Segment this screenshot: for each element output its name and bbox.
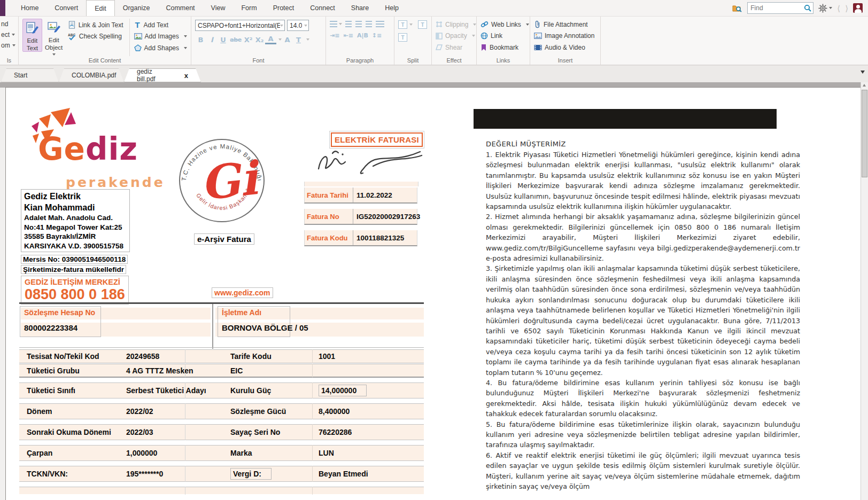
find-in-files-icon[interactable] [732, 4, 742, 12]
font-family-combo[interactable]: CSPAPO+font1+Horizontal(Er [195, 20, 285, 31]
indent-decrease-icon: ⇤≡ [343, 32, 353, 39]
settings-gear-icon[interactable] [818, 4, 832, 13]
doc-tab-gediz-bill[interactable]: gediz bill.pdf x [124, 68, 201, 82]
tax-authority-stamp[interactable]: T.C. Hazine ve Maliye Bakanlığı Gelir İd… [176, 136, 268, 225]
notice-heading[interactable]: DEĞERLİ MÜŞTERİMİZ [486, 140, 566, 148]
check-spelling-button[interactable]: ABC Check Spelling [68, 31, 123, 43]
add-shapes-button[interactable]: Add Shapes [134, 42, 187, 54]
strikethrough-button: abe [229, 36, 243, 43]
fatura-tarihi-value[interactable]: 11.02.2022 [353, 188, 417, 202]
menu-tab-comment[interactable]: Comment [158, 0, 203, 16]
section-divider [19, 302, 424, 304]
table-row[interactable]: Tüketici Grubu 4 AG TTTZ Mesken EIC [19, 364, 424, 378]
ribbon: nd ect om ls Edit Text [0, 16, 868, 65]
menu-tab-convert[interactable]: Convert [46, 0, 86, 16]
menu-tab-edit[interactable]: Edit [86, 0, 115, 16]
ribbon-group-insert: File Attachment Image Annotation [530, 16, 601, 65]
doc-tab-start[interactable]: Start [1, 68, 59, 82]
vertical-scrollbar[interactable] [861, 82, 868, 500]
menu-tab-share[interactable]: Share [343, 0, 377, 16]
menu-tab-form[interactable]: Form [233, 0, 265, 16]
close-tab-icon[interactable]: x [184, 72, 188, 79]
underline-button: U [218, 36, 229, 44]
pdf-page[interactable]: Gediz perakende Gediz Elektrik Kian Moha… [5, 87, 862, 500]
fatura-no-value[interactable]: IG52020002917263 [353, 209, 420, 224]
notice-text[interactable]: 1. Elektrik Piyasası Tüketici Hizmetleri… [486, 150, 800, 491]
meta-row-tarih[interactable]: Fatura Tarihi 11.02.2022 [304, 188, 417, 204]
menu-bar: Home Convert Edit Organize Comment View … [0, 0, 868, 17]
fatura-kodu-value[interactable]: 100118821325 [353, 230, 417, 245]
edit-text-button[interactable]: Edit Text [22, 19, 42, 52]
contact-center-block[interactable]: GEDİZ İLETİŞİM MERKEZİ 0850 800 0 186 [21, 276, 129, 304]
tab-overflow-icon[interactable] [861, 71, 865, 74]
menu-tab-organize[interactable]: Organize [115, 0, 158, 16]
shear-button: Shear [436, 42, 472, 53]
menu-tab-help[interactable]: Help [377, 0, 407, 16]
ribbon-group-font: CSPAPO+font1+Horizontal(Er 14.0 B I U ab… [191, 16, 326, 65]
scroll-up-icon[interactable] [863, 84, 866, 87]
table-row[interactable]: Çarpan 1,000000 Marka LUN [19, 445, 424, 461]
hand-tool-truncated[interactable]: nd [1, 19, 14, 29]
nav-back-icon[interactable]: ⟨ [837, 4, 840, 12]
website-link[interactable]: www.gediz.com [212, 287, 273, 298]
doc-tab-colombia[interactable]: COLOMBIA.pdf [59, 68, 124, 82]
menu-tab-protect[interactable]: Protect [265, 0, 303, 16]
mersis-line[interactable]: Mersis No: 0390051946500118 [21, 255, 128, 264]
scrollbar-thumb[interactable] [862, 90, 867, 177]
search-icon[interactable] [804, 4, 811, 12]
line-spacing-icon: ↕≡ [372, 32, 382, 39]
hesap-no-value[interactable]: 800002223384 [24, 323, 78, 332]
table-row[interactable]: TCKN/VKN: 195*******0 Vergi D: Beyan Etm… [19, 466, 424, 482]
file-attachment-button[interactable]: File Attachment [534, 19, 596, 30]
signature[interactable] [313, 146, 423, 177]
notice-header-bar[interactable] [474, 109, 777, 129]
edit-object-button[interactable]: Edit Object [44, 19, 64, 52]
select-tool-truncated[interactable]: ect [1, 29, 14, 40]
bold-button: B [195, 36, 206, 44]
ribbon-group-tools-truncated: nd ect om ls [0, 16, 19, 65]
table-row[interactable]: Sonraki Okuma Dönemi 2022/03 Sayaç Seri … [19, 424, 424, 440]
isletme-value[interactable]: BORNOVA BÖLGE / 05 [222, 323, 308, 332]
contact-phone: 0850 800 0 186 [25, 286, 125, 302]
italic-button: I [206, 36, 218, 44]
table-row[interactable]: Tesisat No/Tekil Kod 20249658 Tarife Kod… [19, 349, 424, 363]
earsiv-caption[interactable]: e-Arşiv Fatura [194, 233, 254, 245]
stamp-monogram: Gi [198, 151, 264, 210]
ribbon-group-split: T T T Split [394, 16, 432, 65]
meta-row-no[interactable]: Fatura No IG52020002917263 [304, 209, 417, 225]
web-links-icon [480, 21, 489, 28]
merge-text-icon: T [418, 20, 427, 29]
align-left-icon [345, 21, 352, 27]
audio-video-button[interactable]: Audio & Video [534, 42, 596, 53]
bookmark-button[interactable]: Bookmark [480, 42, 526, 53]
font-size-combo[interactable]: 14.0 [287, 20, 309, 31]
table-row[interactable]: Dönem 2022/02 Sözleşme Gücü 8,400000 [19, 403, 424, 419]
user-avatar[interactable] [853, 3, 863, 13]
zoom-tool-truncated[interactable]: om [1, 40, 14, 51]
bullet-list-icon [330, 21, 337, 27]
clipping-button: Clipping [436, 19, 472, 30]
link-button[interactable]: Link [480, 30, 526, 42]
menu-tab-view[interactable]: View [203, 0, 234, 16]
efatura-note[interactable]: Şirketimize-fatura mükellefidr [21, 265, 126, 274]
brand-wordmark[interactable]: Gediz [38, 134, 138, 165]
add-images-button[interactable]: Add Images [134, 31, 187, 43]
gear-dropdown-caret[interactable] [829, 7, 832, 9]
word-spacing-icon: A|B [357, 32, 368, 39]
link-join-text-button[interactable]: Link & Join Text [68, 19, 123, 31]
address-block[interactable]: Gediz Elektrik Kian Mohammadi Adalet Mah… [21, 189, 130, 252]
find-input[interactable] [748, 4, 803, 12]
find-box[interactable] [747, 2, 813, 14]
image-annotation-button[interactable]: Image Annotation [534, 30, 596, 42]
edit-object-icon [47, 21, 61, 35]
menu-tab-home[interactable]: Home [13, 0, 46, 16]
text-style-button: T [293, 36, 304, 44]
menu-tab-connect[interactable]: Connect [302, 0, 343, 16]
add-text-button[interactable]: T Add Text [134, 19, 187, 31]
table-row[interactable]: Tüketici Sınıfı Serbest Tüketici Adayı K… [19, 382, 424, 399]
web-links-button[interactable]: Web Links [480, 19, 526, 30]
brand-subtitle[interactable]: perakende [66, 175, 165, 190]
nav-forward-icon[interactable]: ⟩ [845, 4, 848, 12]
invoice-title-box[interactable]: ELEKTRİK FATURASI [331, 132, 423, 147]
meta-row-kod[interactable]: Fatura Kodu 100118821325 [304, 230, 417, 246]
